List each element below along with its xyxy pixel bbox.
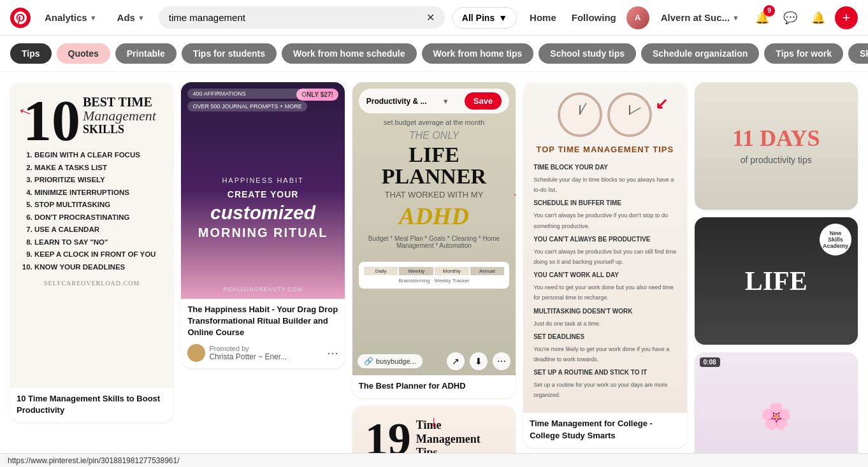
chip-schedule-org[interactable]: Schedule organization [641, 43, 759, 64]
pin-card-7[interactable]: 11 DAYS of productivity tips Save [695, 82, 858, 210]
pin-1-save-button[interactable]: Save [126, 89, 168, 109]
create-button[interactable]: + [835, 6, 858, 29]
chip-tips-students[interactable]: Tips for students [182, 43, 277, 64]
pin-3-bar-label: Productivity & ... [366, 97, 427, 106]
notification-badge: 9 [763, 5, 775, 17]
pin-card-5[interactable]: ↙ TOP TIME MANAGEMENT TIPS TIME BLOCK YO… [523, 82, 686, 448]
header: Analytics ▼ Ads ▼ ✕ All Pins ▼ Home Foll… [0, 0, 868, 36]
chip-wfh-schedule[interactable]: Work from home schedule [282, 43, 417, 64]
url-text: https://www.pinterest.ie/pin/30188198127… [8, 456, 180, 465]
messages-button[interactable]: 💬 [779, 6, 802, 29]
pin-3-info: The Best Planner for ADHD [352, 375, 516, 398]
pin-3-bar: Productivity & ... ▼ Save [359, 89, 509, 113]
pin-3-spreadsheet: Daily Weekly Monthly Annual Brainstormin… [359, 262, 509, 289]
ads-label: Ads [117, 12, 135, 23]
chip-quotes[interactable]: Quotes [57, 43, 110, 64]
all-pins-chevron: ▼ [498, 13, 507, 23]
chip-tips-work[interactable]: Tips for work [764, 43, 843, 64]
pin-5-title: Time Management for College - College St… [530, 418, 680, 441]
pin-5-tips-list: TIME BLOCK YOUR DAY Schedule your day in… [533, 162, 676, 403]
pin-card-2[interactable]: ONLY $27! 400 AFFIRMATIONS OVER 500 JOUR… [181, 82, 344, 368]
pin-card-8[interactable]: New Skills Academy LIFE Save [695, 217, 858, 345]
ads-chevron: ▼ [138, 14, 145, 22]
ads-nav[interactable]: Ads ▼ [111, 8, 151, 27]
pin-card-1[interactable]: ← 10 BEST TIME Management SKILLS BEGIN W… [10, 82, 173, 422]
pin-3-source-text: busybudge... [376, 357, 416, 365]
search-input[interactable] [169, 12, 421, 23]
following-nav[interactable]: Following [567, 8, 621, 27]
search-bar[interactable]: ✕ [159, 6, 445, 29]
pin-3-image: Productivity & ... ▼ Save set budget ave… [352, 82, 516, 375]
url-bar: https://www.pinterest.ie/pin/30188198127… [0, 453, 868, 467]
header-right: Home Following A Alvern at Suc... ▼ 🔔 9 … [524, 6, 858, 29]
all-pins-label: All Pins [462, 13, 495, 23]
pin-5-info: Time Management for College - College St… [523, 413, 686, 447]
pin-5-top-text: TOP TIME MANAGEMENT TIPS [533, 145, 676, 154]
pin-3-download-icon[interactable]: ⬇ [470, 352, 488, 370]
filter-bar: Tips Quotes Printable Tips for students … [0, 36, 868, 72]
analytics-label: Analytics [45, 12, 87, 23]
user-chevron: ▼ [732, 14, 739, 22]
pin-9-save-button[interactable]: Save [810, 359, 851, 379]
pin-5-image: TOP TIME MANAGEMENT TIPS TIME BLOCK YOUR… [523, 82, 686, 413]
pin-3-title: The Best Planner for ADHD [359, 380, 509, 392]
chip-printable[interactable]: Printable [115, 43, 177, 64]
home-nav[interactable]: Home [524, 8, 561, 27]
user-avatar[interactable]: A [626, 6, 649, 29]
updates-button[interactable]: 🔔 [807, 6, 830, 29]
notifications-button[interactable]: 🔔 9 [751, 6, 774, 29]
pin-3-bar-chevron: ▼ [442, 97, 449, 105]
pin-3-action-btns: ↗ ⬇ ⋯ [447, 352, 510, 370]
pins-grid: ← 10 BEST TIME Management SKILLS BEGIN W… [0, 72, 868, 467]
user-name-label: Alvern at Suc... [661, 12, 730, 23]
pin-card-9[interactable]: 0:08 🌸 Save [695, 352, 858, 467]
all-pins-button[interactable]: All Pins ▼ [452, 7, 517, 29]
pin-card-3[interactable]: ← Productivity & ... ▼ Save set budget a… [352, 82, 516, 398]
pin-7-save-button[interactable]: Save [810, 89, 851, 109]
clear-search-icon[interactable]: ✕ [426, 11, 435, 24]
chip-tips[interactable]: Tips [10, 43, 52, 64]
pinterest-logo[interactable] [10, 8, 31, 28]
chip-wfh-tips[interactable]: Work from home tips [422, 43, 534, 64]
pin-3-budget-label: set budget average at the month [359, 119, 509, 126]
pin-2-save-button[interactable]: Save [297, 89, 338, 109]
pin-3-share-icon[interactable]: ↗ [447, 352, 465, 370]
analytics-chevron: ▼ [90, 14, 97, 22]
pin-3-more-icon[interactable]: ⋯ [493, 352, 510, 370]
chip-school-study[interactable]: School study tips [539, 43, 636, 64]
pin-3-link-icon: 🔗 [364, 357, 373, 366]
chip-skills[interactable]: Skills [848, 43, 868, 64]
pin-3-save-btn[interactable]: Save [465, 92, 502, 110]
pin-3-main-text: THE ONLY LIFE PLANNER THAT WORKED WITH M… [359, 130, 509, 257]
pin-3-source-bar: 🔗 busybudge... ↗ ⬇ ⋯ [358, 352, 510, 370]
user-name-nav[interactable]: Alvern at Suc... ▼ [655, 8, 746, 27]
pin-8-save-button[interactable]: Save [810, 224, 851, 244]
analytics-nav[interactable]: Analytics ▼ [38, 8, 103, 27]
